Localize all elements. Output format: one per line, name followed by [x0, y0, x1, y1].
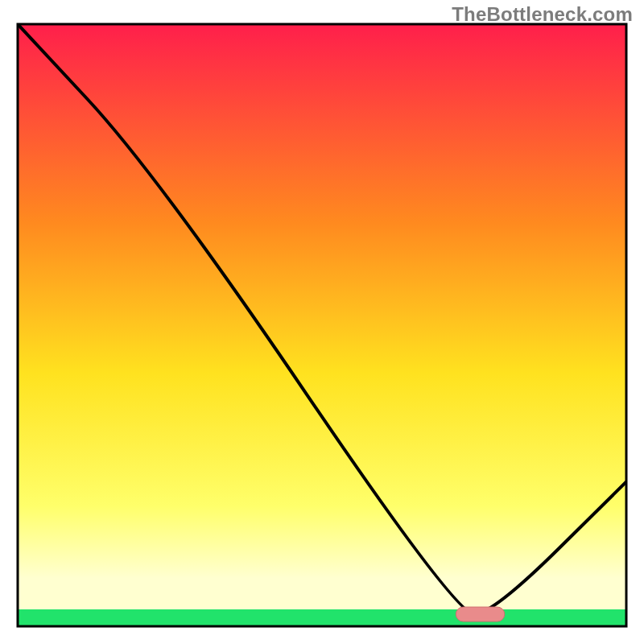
attribution-label: TheBottleneck.com	[452, 3, 633, 26]
chart-frame: TheBottleneck.com	[0, 0, 644, 644]
gradient-background	[18, 24, 626, 626]
optimum-marker	[456, 607, 504, 621]
bottleneck-chart	[0, 0, 644, 644]
